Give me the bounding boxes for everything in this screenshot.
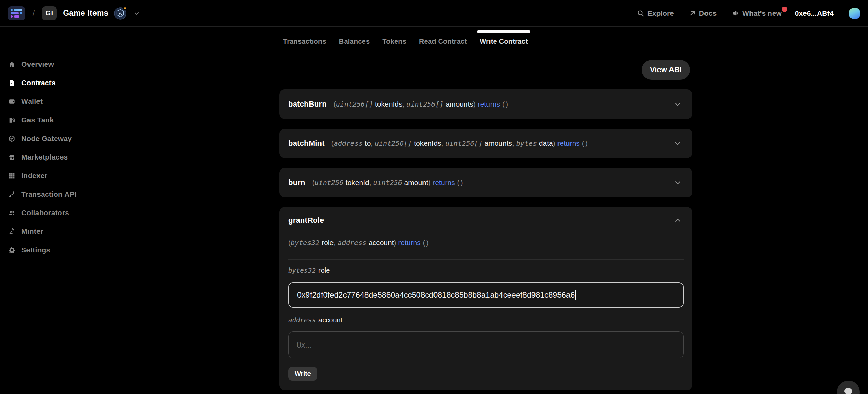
role-field-label: bytes32role [288, 266, 330, 274]
main-content: Transactions Balances Tokens Read Contra… [101, 27, 868, 394]
function-card-burn[interactable]: burn(uint256 tokenId, uint256 amount) re… [279, 168, 692, 197]
sidebar-item-marketplaces[interactable]: Marketplaces [0, 148, 100, 166]
wallet-icon [8, 98, 15, 105]
text-caret [575, 290, 576, 300]
tab-tokens[interactable]: Tokens [382, 37, 406, 45]
sidebar-item-minter[interactable]: Minter [0, 222, 100, 241]
role-input[interactable]: 0x9f2df0fed2c77648de5860a4cc508cd0818c85… [288, 282, 684, 308]
sidebar-item-settings[interactable]: Settings [0, 241, 100, 259]
function-card-batchMint[interactable]: batchMint(address to, uint256[] tokenIds… [279, 129, 692, 158]
grid-icon [8, 172, 15, 179]
app-logo-icon[interactable] [8, 6, 25, 20]
tab-write-contract[interactable]: Write Contract [480, 37, 528, 45]
project-title: Game Items [63, 9, 108, 18]
home-icon [8, 61, 15, 68]
function-name: grantRole [288, 216, 324, 225]
sidebar-item-contracts[interactable]: Contracts [0, 74, 100, 92]
function-signature: (address to, uint256[] tokenIds, uint256… [331, 139, 589, 147]
sidebar: Overview Contracts Wallet Gas Tank Node … [0, 27, 100, 394]
function-list: batchBurn(uint256[] tokenIds, uint256[] … [279, 89, 692, 390]
view-abi-button[interactable]: View ABI [642, 60, 690, 80]
account-field-label: addressaccount [288, 316, 342, 324]
chevron-down-icon[interactable] [673, 139, 682, 148]
function-card-grantRole: grantRole(bytes32 role, address account)… [279, 207, 692, 390]
sidebar-item-indexer[interactable]: Indexer [0, 166, 100, 185]
chevron-up-icon[interactable] [673, 216, 682, 225]
function-signature: (uint256[] tokenIds, uint256[] amounts) … [334, 100, 509, 108]
sidebar-item-transaction-api[interactable]: Transaction API [0, 185, 100, 204]
route-icon [8, 190, 15, 198]
docs-link[interactable]: Docs [689, 9, 717, 18]
sidebar-item-collaborators[interactable]: Collaborators [0, 204, 100, 222]
function-header-grantRole[interactable]: grantRole [288, 216, 682, 225]
cube-icon [8, 135, 15, 142]
breadcrumb-separator: / [33, 9, 35, 18]
fuel-pump-icon [8, 116, 15, 124]
function-card-batchBurn[interactable]: batchBurn(uint256[] tokenIds, uint256[] … [279, 89, 692, 119]
users-icon [8, 209, 15, 217]
tab-transactions[interactable]: Transactions [283, 37, 326, 45]
sidebar-item-node-gateway[interactable]: Node Gateway [0, 129, 100, 148]
app-window: / GI Game Items Explore D [0, 0, 868, 394]
function-name: batchBurn [288, 100, 327, 109]
account-input[interactable] [288, 331, 684, 358]
sidebar-item-wallet[interactable]: Wallet [0, 92, 100, 111]
avatar[interactable] [849, 8, 860, 19]
divider [288, 259, 684, 260]
gear-icon [8, 246, 15, 254]
external-arrow-icon [689, 10, 696, 17]
write-button[interactable]: Write [288, 367, 317, 381]
arbitrum-chain-icon [114, 7, 126, 20]
explore-link[interactable]: Explore [637, 9, 674, 18]
breadcrumb: / GI Game Items [8, 6, 141, 20]
function-signature: (uint256 tokenId, uint256 amount) return… [312, 178, 464, 187]
function-name: batchMint [288, 139, 325, 148]
megaphone-icon [732, 10, 739, 17]
chain-status-dot [123, 6, 127, 10]
storefront-icon [8, 153, 15, 161]
notification-dot [782, 7, 787, 12]
sidebar-item-overview[interactable]: Overview [0, 55, 100, 74]
project-badge[interactable]: GI [42, 6, 57, 20]
chevron-down-icon[interactable] [673, 178, 682, 187]
tab-balances[interactable]: Balances [339, 37, 370, 45]
contract-icon [8, 79, 15, 87]
function-signature: (bytes32 role, address account) returns … [288, 239, 430, 247]
whats-new-link[interactable]: What's new [732, 9, 782, 18]
sidebar-item-gas-tank[interactable]: Gas Tank [0, 111, 100, 129]
top-header: / GI Game Items Explore D [0, 0, 868, 27]
contract-tabs: Transactions Balances Tokens Read Contra… [283, 37, 528, 45]
project-switcher-chevron-down-icon[interactable] [133, 9, 141, 18]
tab-read-contract[interactable]: Read Contract [419, 37, 467, 45]
gavel-icon [8, 228, 15, 235]
chevron-down-icon[interactable] [673, 100, 682, 109]
function-signature-row: (bytes32 role, address account) returns … [288, 239, 430, 247]
search-icon [637, 10, 644, 17]
header-nav: Explore Docs What's new 0xe6...ABf4 [637, 8, 860, 19]
function-name: burn [288, 178, 305, 187]
wallet-address[interactable]: 0xe6...ABf4 [795, 9, 834, 18]
chat-bubble-icon [843, 386, 854, 394]
